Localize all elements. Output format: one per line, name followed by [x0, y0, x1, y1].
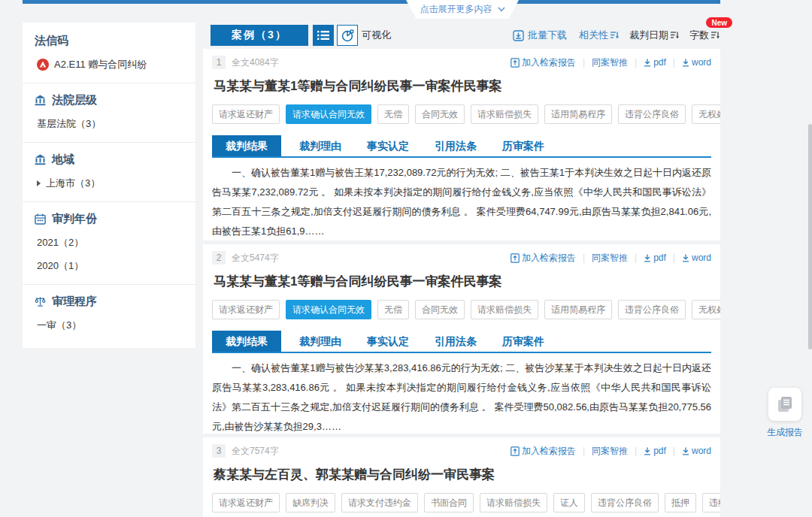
- results-toolbar: 案例（3） 可视化 批量下载 相关性裁判日期字数New: [211, 25, 720, 46]
- action-download-word[interactable]: word: [682, 57, 711, 68]
- download-arrow-icon: [644, 447, 651, 455]
- sidebar-section: 法信码A2.E11 赠与合同纠纷: [23, 24, 195, 83]
- action-separator: |: [635, 57, 637, 68]
- tab-item[interactable]: 历审案件: [502, 331, 544, 352]
- expand-more-label: 点击展开更多内容: [420, 3, 492, 16]
- case-title[interactable]: 马某某与董某1等赠与合同纠纷民事一审案件民事案: [214, 273, 711, 290]
- case-result-list: 1全文4084字加入检索报告|同案智推|pdf|word马某某与董某1等赠与合同…: [203, 49, 720, 517]
- sidebar-section-title-text: 审判年份: [52, 212, 97, 226]
- tab-item[interactable]: 引用法条: [435, 331, 477, 352]
- download-arrow-icon: [682, 59, 689, 67]
- expand-more-bar[interactable]: 点击展开更多内容: [406, 0, 519, 19]
- sidebar-section-title: 审判年份: [35, 212, 183, 226]
- new-badge: New: [706, 17, 732, 28]
- case-card-header: 3全文7574字加入检索报告|同案智推|pdf|word: [212, 444, 711, 458]
- action-download-pdf[interactable]: pdf: [644, 252, 666, 263]
- sidebar-filter-item[interactable]: 2020（1）: [37, 259, 183, 273]
- sidebar-filter-label: 上海市（3）: [46, 177, 100, 190]
- case-title[interactable]: 蔡某某与左百灵、郭某某赠与合同纠纷一审民事案: [214, 466, 711, 483]
- sidebar-section-title-text: 法信码: [35, 34, 68, 48]
- sidebar-section: 法院层级基层法院（3）: [23, 83, 195, 143]
- case-tag[interactable]: 请求确认合同无效: [286, 104, 371, 124]
- action-similar-cases[interactable]: 同案智推: [592, 252, 628, 265]
- case-tag-row: 请求返还财产请求确认合同无效无偿合同无效请求赔偿损失适用简易程序违背公序良俗无权…: [212, 104, 711, 124]
- tab-active[interactable]: 裁判结果: [212, 135, 281, 156]
- scrollbar[interactable]: [808, 124, 812, 349]
- action-download-pdf[interactable]: pdf: [644, 446, 666, 456]
- sort-icon: [611, 31, 620, 40]
- case-tag[interactable]: 适用简易程序: [544, 300, 612, 319]
- sidebar-filter-label: 一审（3）: [37, 319, 81, 332]
- sort-option[interactable]: 字数New: [689, 29, 720, 42]
- case-card: 1全文4084字加入检索报告|同案智推|pdf|word马某某与董某1等赠与合同…: [203, 49, 720, 240]
- case-card: 2全文5474字加入检索报告|同案智推|pdf|word马某某与董某1等赠与合同…: [203, 244, 720, 434]
- case-card-header: 2全文5474字加入检索报告|同案智推|pdf|word: [212, 251, 711, 265]
- top-bar: [23, 0, 720, 4]
- sort-option[interactable]: 裁判日期: [629, 29, 680, 42]
- batch-download-button[interactable]: 批量下载: [513, 29, 567, 42]
- action-label: 同案智推: [592, 56, 628, 69]
- scales-icon: [35, 296, 46, 307]
- tab-active[interactable]: 裁判结果: [212, 331, 281, 352]
- list-icon: [317, 30, 329, 41]
- action-add-report[interactable]: 加入检索报告: [511, 56, 576, 69]
- lawcode-logo-icon: [37, 59, 49, 71]
- case-tag[interactable]: 请求返还财产: [212, 300, 280, 319]
- list-view-button[interactable]: [313, 25, 334, 46]
- case-tag[interactable]: 缺席判决: [286, 493, 335, 512]
- case-tag[interactable]: 请求支付违约金: [341, 493, 418, 512]
- case-tag[interactable]: 违背公序良俗: [618, 104, 686, 124]
- case-tag[interactable]: 无偿: [377, 300, 409, 319]
- tab-item[interactable]: 裁判理由: [299, 135, 341, 156]
- action-similar-cases[interactable]: 同案智推: [592, 445, 628, 458]
- action-add-report[interactable]: 加入检索报告: [511, 445, 576, 458]
- case-tag[interactable]: 无权处分: [692, 300, 720, 319]
- tab-cases[interactable]: 案例（3）: [211, 25, 308, 46]
- case-tag[interactable]: 合同无效: [415, 300, 465, 319]
- case-tag[interactable]: 适用简易程序: [544, 104, 612, 124]
- action-download-word[interactable]: word: [682, 446, 711, 456]
- case-tag[interactable]: 违背公序良俗: [591, 493, 659, 512]
- case-tag[interactable]: 书面合同: [424, 493, 474, 512]
- generate-report-button[interactable]: [768, 388, 801, 421]
- case-tag[interactable]: 请求赔偿损失: [471, 300, 538, 319]
- tab-item[interactable]: 历审案件: [502, 135, 544, 156]
- filter-sidebar: 法信码A2.E11 赠与合同纠纷法院层级基层法院（3）地域上海市（3）审判年份2…: [23, 23, 195, 348]
- action-download-word[interactable]: word: [682, 252, 711, 263]
- case-tag[interactable]: 违约责任条款: [702, 493, 720, 512]
- sort-active[interactable]: 相关性: [579, 29, 620, 42]
- tab-item[interactable]: 事实认定: [367, 331, 409, 352]
- tab-item[interactable]: 裁判理由: [299, 331, 341, 352]
- sidebar-filter-item[interactable]: A2.E11 赠与合同纠纷: [37, 58, 183, 71]
- action-label: 加入检索报告: [522, 252, 576, 265]
- case-detail-tabs: 裁判结果裁判理由事实认定引用法条历审案件: [212, 331, 711, 353]
- action-add-report[interactable]: 加入检索报告: [511, 252, 576, 265]
- case-tag[interactable]: 违背公序良俗: [618, 300, 686, 319]
- case-tag[interactable]: 无权处分: [692, 104, 720, 124]
- generate-report-label[interactable]: 生成报告: [761, 426, 809, 439]
- sidebar-filter-item[interactable]: 2021（2）: [37, 236, 183, 249]
- case-title[interactable]: 马某某与董某1等赠与合同纠纷民事一审案件民事案: [214, 77, 711, 95]
- case-tag[interactable]: 请求确认合同无效: [286, 300, 371, 319]
- visualization-button[interactable]: [337, 25, 358, 46]
- pie-chart-icon: [341, 29, 354, 42]
- action-download-pdf[interactable]: pdf: [644, 57, 666, 68]
- case-tag[interactable]: 请求返还财产: [212, 493, 280, 512]
- case-tag[interactable]: 请求返还财产: [212, 104, 280, 124]
- tab-item[interactable]: 引用法条: [435, 135, 477, 156]
- case-tag[interactable]: 请求赔偿损失: [480, 493, 547, 512]
- case-tag[interactable]: 合同无效: [415, 104, 465, 124]
- action-separator: |: [673, 57, 675, 68]
- action-separator: |: [583, 446, 585, 456]
- action-similar-cases[interactable]: 同案智推: [592, 56, 628, 69]
- action-separator: |: [583, 252, 585, 263]
- sidebar-filter-item[interactable]: 上海市（3）: [37, 177, 183, 190]
- case-tag[interactable]: 无偿: [377, 104, 409, 124]
- tab-item[interactable]: 事实认定: [367, 135, 409, 156]
- sidebar-filter-item[interactable]: 基层法院（3）: [37, 117, 183, 131]
- sidebar-filter-item[interactable]: 一审（3）: [37, 319, 183, 332]
- case-tag[interactable]: 证人: [553, 493, 585, 512]
- case-tag[interactable]: 抵押: [665, 493, 696, 512]
- case-tag[interactable]: 请求赔偿损失: [471, 104, 538, 124]
- visualization-label: 可视化: [362, 29, 391, 42]
